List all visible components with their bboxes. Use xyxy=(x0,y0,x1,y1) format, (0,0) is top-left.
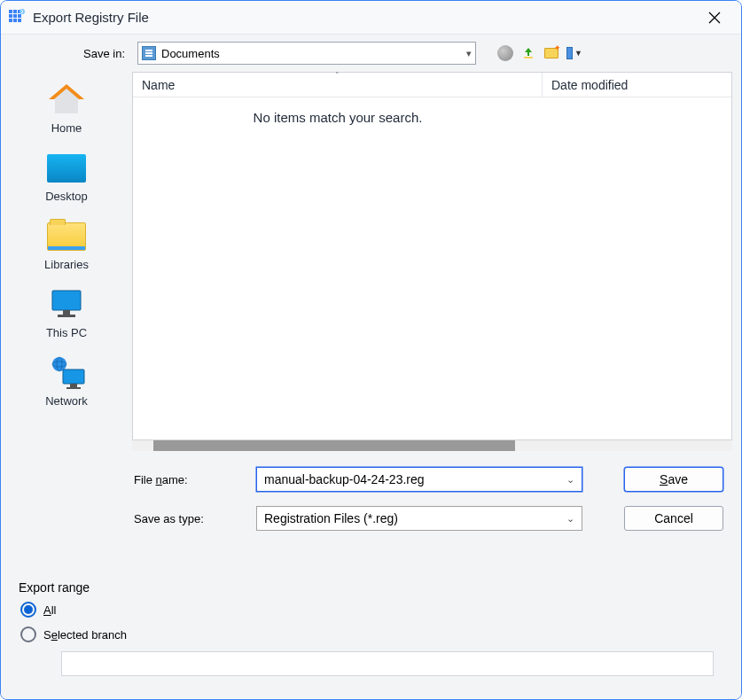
places-network-label: Network xyxy=(45,394,88,408)
desktop-icon xyxy=(45,151,88,186)
places-thispc-label: This PC xyxy=(46,326,87,339)
home-icon xyxy=(45,82,88,118)
filename-combo[interactable]: manual-backup-04-24-23.reg ⌄ xyxy=(256,467,582,492)
export-range-legend: Export range xyxy=(17,580,91,595)
regedit-app-icon xyxy=(8,9,26,27)
svg-rect-7 xyxy=(13,19,17,22)
svg-rect-17 xyxy=(63,369,84,384)
mid-area: Home Desktop Libraries This PC Netwo xyxy=(1,72,741,580)
filename-input[interactable]: manual-backup-04-24-23.reg xyxy=(264,472,566,486)
places-home-label: Home xyxy=(51,121,82,135)
column-date-label: Date modified xyxy=(551,78,628,92)
column-name[interactable]: ˄ Name xyxy=(133,73,543,97)
column-name-label: Name xyxy=(142,78,175,92)
places-thispc[interactable]: This PC xyxy=(1,284,132,346)
svg-rect-12 xyxy=(63,310,70,315)
file-listing[interactable]: ˄ Name Date modified No items match your… xyxy=(132,72,732,440)
back-icon[interactable] xyxy=(497,45,513,61)
filename-label: File name: xyxy=(132,473,256,486)
save-in-value: Documents xyxy=(161,47,466,60)
empty-message: No items match your search. xyxy=(133,110,543,125)
export-range-section: Export range All Selected branch xyxy=(1,580,741,699)
places-desktop[interactable]: Desktop xyxy=(1,147,132,210)
save-in-label: Save in: xyxy=(63,47,125,60)
horizontal-scrollbar[interactable] xyxy=(132,440,732,451)
places-desktop-label: Desktop xyxy=(45,190,88,203)
svg-rect-5 xyxy=(18,14,21,18)
svg-rect-3 xyxy=(9,14,12,18)
chevron-down-icon: ▾ xyxy=(466,48,472,59)
svg-rect-13 xyxy=(58,315,75,317)
radio-selected-branch-indicator xyxy=(20,626,36,642)
close-button[interactable] xyxy=(695,4,734,32)
svg-rect-19 xyxy=(66,387,81,389)
network-icon xyxy=(45,355,88,391)
chevron-down-icon[interactable]: ⌄ xyxy=(566,513,574,525)
savetype-value: Registration Files (*.reg) xyxy=(264,511,566,525)
documents-icon xyxy=(142,46,156,60)
export-dialog: Export Registry File Save in: Documents … xyxy=(0,0,742,700)
places-home[interactable]: Home xyxy=(1,79,132,142)
up-one-level-icon[interactable] xyxy=(520,45,536,61)
savetype-combo[interactable]: Registration Files (*.reg) ⌄ xyxy=(256,506,582,531)
thispc-icon xyxy=(45,287,88,323)
view-menu-button[interactable]: ▼ xyxy=(566,45,582,61)
location-row: Save in: Documents ▾ ✦ ▼ xyxy=(1,35,741,72)
svg-rect-8 xyxy=(18,19,21,22)
save-button[interactable]: Save xyxy=(624,467,723,492)
cancel-button[interactable]: Cancel xyxy=(624,506,723,531)
dialog-title: Export Registry File xyxy=(33,10,695,25)
nav-toolbar: ✦ ▼ xyxy=(497,45,582,61)
chevron-down-icon: ▼ xyxy=(574,49,582,58)
chevron-down-icon[interactable]: ⌄ xyxy=(566,474,574,486)
radio-selected-branch[interactable]: Selected branch xyxy=(20,626,722,642)
svg-rect-10 xyxy=(52,291,81,310)
libraries-icon xyxy=(45,219,88,254)
places-network[interactable]: Network xyxy=(1,352,132,415)
places-libraries[interactable]: Libraries xyxy=(1,215,132,278)
svg-rect-0 xyxy=(9,10,12,13)
radio-all-label: All xyxy=(43,603,56,617)
radio-selected-branch-label: Selected branch xyxy=(43,628,127,642)
svg-rect-1 xyxy=(13,10,17,13)
scrollbar-thumb[interactable] xyxy=(153,440,515,451)
svg-point-9 xyxy=(20,9,25,14)
places-bar: Home Desktop Libraries This PC Netwo xyxy=(1,72,132,580)
svg-rect-6 xyxy=(9,19,12,22)
svg-rect-18 xyxy=(70,384,77,387)
places-libraries-label: Libraries xyxy=(44,258,89,271)
new-folder-icon[interactable]: ✦ xyxy=(543,45,559,61)
savetype-label: Save as type: xyxy=(132,512,256,525)
radio-all[interactable]: All xyxy=(20,602,722,618)
radio-all-indicator xyxy=(20,602,36,618)
sort-indicator-up-icon: ˄ xyxy=(335,72,340,80)
listing-wrap: ˄ Name Date modified No items match your… xyxy=(132,72,732,580)
svg-rect-4 xyxy=(13,14,17,18)
column-date[interactable]: Date modified xyxy=(543,78,731,92)
view-grid-icon xyxy=(566,47,573,59)
list-body: No items match your search. xyxy=(133,97,731,439)
save-in-dropdown[interactable]: Documents ▾ xyxy=(137,42,476,65)
selected-branch-input[interactable] xyxy=(61,651,714,676)
close-icon xyxy=(708,12,721,24)
file-input-area: File name: manual-backup-04-24-23.reg ⌄ … xyxy=(132,451,732,541)
list-header: ˄ Name Date modified xyxy=(133,73,731,97)
titlebar: Export Registry File xyxy=(1,1,741,35)
